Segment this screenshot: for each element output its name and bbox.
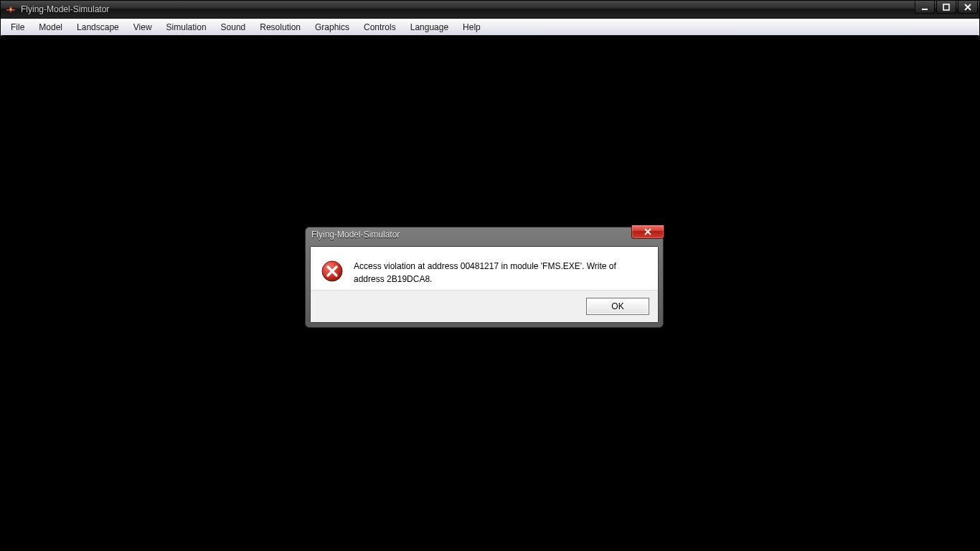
svg-rect-3 [922, 9, 928, 10]
menu-simulation[interactable]: Simulation [159, 20, 214, 34]
menu-resolution[interactable]: Resolution [253, 20, 308, 34]
maximize-button[interactable] [936, 1, 956, 14]
svg-rect-4 [943, 4, 949, 10]
dialog-body: Access violation at address 00481217 in … [311, 247, 658, 290]
caption-buttons [913, 1, 978, 14]
app-title: Flying-Model-Simulator [21, 4, 109, 14]
close-button[interactable] [958, 1, 978, 14]
menu-landscape[interactable]: Landscape [70, 20, 126, 34]
dialog-footer: OK [311, 290, 658, 322]
menu-model[interactable]: Model [32, 20, 70, 34]
ok-button[interactable]: OK [586, 298, 649, 315]
dialog-title: Flying-Model-Simulator [311, 230, 400, 240]
error-icon [321, 260, 344, 283]
minimize-button[interactable] [915, 1, 935, 14]
menu-sound[interactable]: Sound [214, 20, 253, 34]
dialog-frame: Access violation at address 00481217 in … [310, 246, 659, 323]
menubar: File Model Landscape View Simulation Sou… [1, 19, 979, 36]
app-titlebar: Flying-Model-Simulator [1, 1, 979, 19]
menu-language[interactable]: Language [403, 20, 456, 34]
error-dialog: Flying-Model-Simulator [305, 227, 664, 328]
dialog-titlebar: Flying-Model-Simulator [306, 227, 663, 242]
menu-graphics[interactable]: Graphics [308, 20, 357, 34]
svg-point-2 [9, 8, 12, 11]
dialog-close-button[interactable] [631, 225, 664, 239]
menu-view[interactable]: View [126, 20, 159, 34]
menu-file[interactable]: File [4, 20, 32, 34]
app-icon [5, 4, 17, 15]
menu-help[interactable]: Help [456, 20, 488, 34]
dialog-message: Access violation at address 00481217 in … [354, 260, 645, 286]
menu-controls[interactable]: Controls [357, 20, 403, 34]
